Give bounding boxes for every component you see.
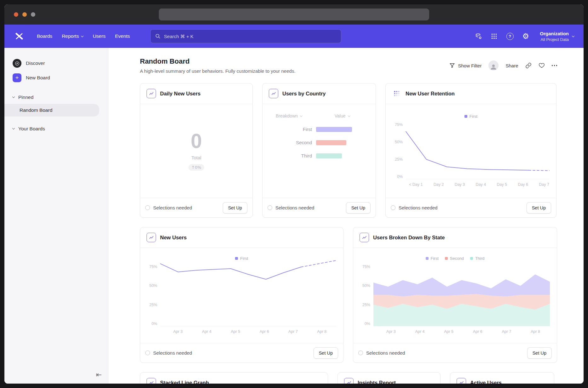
nav-users-label: Users [93, 33, 105, 39]
chevron-down-icon [12, 95, 15, 98]
bar-second [316, 140, 346, 145]
chevron-down-icon [572, 35, 574, 37]
setup-button[interactable]: Set Up [314, 347, 338, 359]
y-tick: 25% [149, 303, 157, 307]
discover-label: Discover [26, 60, 45, 66]
x-tick: Apr 8 [317, 329, 326, 334]
apps-grid-icon[interactable] [487, 30, 501, 43]
user-avatar[interactable] [488, 60, 499, 71]
metric-delta-badge: ↑0% [188, 164, 204, 171]
card-title: Active Users [470, 380, 502, 384]
page-title: Random Board [140, 57, 296, 66]
org-project-label: All Project Data [540, 37, 569, 42]
setup-button[interactable]: Set Up [346, 202, 371, 214]
random-board-label: Random Board [20, 107, 52, 113]
x-tick: Day 2 [434, 182, 444, 187]
mixpanel-logo-icon[interactable] [14, 31, 25, 42]
setup-button[interactable]: Set Up [223, 202, 247, 214]
x-tick: Apr 4 [202, 329, 211, 334]
nav-item-reports[interactable]: Reports [57, 31, 88, 42]
card-title: New Users [160, 235, 187, 241]
window-minimize-button[interactable] [22, 12, 27, 17]
window-zoom-button[interactable] [31, 12, 35, 17]
x-tick: Apr 8 [531, 329, 540, 334]
x-tick: Day 3 [455, 182, 465, 187]
status-radio-icon [268, 205, 272, 210]
show-filter-button[interactable]: Show Filter [449, 63, 481, 68]
chart-legend: First Second Third [360, 256, 550, 261]
nav-boards-label: Boards [37, 33, 52, 39]
line-chart-icon [147, 233, 156, 242]
card-active-users: Active Users [450, 372, 554, 384]
org-switcher[interactable]: Organization All Project Data [540, 31, 574, 42]
help-icon[interactable]: ? [503, 30, 516, 43]
navbar-right-cluster: ? ⚙ Organization All Project Data [472, 30, 574, 43]
country-row: First [272, 127, 366, 132]
metric-value: 0 [191, 131, 202, 151]
settings-gear-icon[interactable]: ⚙ [519, 30, 532, 43]
sidebar-collapse-button[interactable]: ⇤ [96, 371, 102, 379]
country-row: Third [272, 153, 366, 158]
x-tick: Day 7 [539, 182, 549, 187]
nav-reports-label: Reports [62, 33, 79, 39]
more-options-icon[interactable] [552, 65, 557, 66]
global-search[interactable] [150, 29, 341, 43]
y-tick: 50% [362, 283, 370, 288]
line-chart-icon [269, 89, 278, 98]
browser-window: Boards Reports Users Events [4, 4, 584, 384]
favorite-heart-icon[interactable] [539, 62, 545, 69]
data-management-icon[interactable] [472, 30, 485, 43]
share-button[interactable]: Share [505, 63, 518, 68]
page-header: Random Board A high-level summary of use… [140, 57, 557, 74]
card-users-by-state: Users Broken Down By State First Second … [353, 227, 557, 363]
legend-swatch [445, 257, 448, 260]
card-title: Daily New Users [160, 91, 200, 97]
setup-button[interactable]: Set Up [527, 347, 552, 359]
x-tick: Apr 6 [260, 329, 269, 334]
chart-legend: First [147, 256, 336, 261]
status-text: Selections needed [366, 350, 405, 356]
window-close-button[interactable] [14, 12, 18, 17]
status-radio-icon [391, 205, 395, 210]
card-stacked-line-graph: Stacked Line Graph [140, 372, 328, 384]
sidebar-section-your-boards[interactable]: Your Boards [4, 123, 108, 135]
x-tick: Apr 3 [386, 329, 396, 334]
x-tick: Apr 4 [415, 329, 425, 334]
filter-funnel-icon [449, 63, 455, 68]
card-insights-report: Insights Report [337, 372, 441, 384]
sidebar-item-discover[interactable]: Discover [4, 56, 108, 71]
line-chart-icon [147, 378, 156, 384]
country-row: Second [272, 140, 366, 145]
nav-item-events[interactable]: Events [110, 31, 135, 42]
nav-item-users[interactable]: Users [88, 31, 110, 42]
chevron-down-icon [12, 127, 15, 129]
sidebar-section-pinned[interactable]: Pinned [4, 91, 108, 103]
x-tick: Apr 7 [502, 329, 511, 334]
legend-swatch [426, 257, 429, 260]
copy-link-icon[interactable] [525, 62, 532, 69]
nav-events-label: Events [115, 33, 130, 39]
address-bar[interactable] [159, 9, 429, 20]
x-tick: Day 5 [497, 182, 507, 187]
search-input[interactable] [164, 34, 337, 39]
legend-swatch [235, 257, 238, 260]
breakdown-select[interactable]: Breakdown [276, 113, 302, 118]
setup-button[interactable]: Set Up [527, 202, 551, 214]
chart-legend: First [393, 114, 549, 119]
card-title: Users Broken Down By State [373, 235, 445, 241]
card-title: Users by Country [282, 91, 326, 97]
x-tick: Apr 3 [173, 329, 183, 334]
sidebar-item-random-board[interactable]: Random Board [4, 104, 99, 117]
value-select[interactable]: Value [335, 113, 350, 118]
y-tick: 75% [362, 265, 370, 269]
cards-row-3: Stacked Line Graph Insights Report [140, 372, 557, 384]
sidebar-item-new-board[interactable]: + New Board [4, 71, 108, 85]
x-tick: Day 4 [476, 182, 486, 187]
status-text: Selections needed [399, 205, 437, 210]
nav-item-boards[interactable]: Boards [32, 31, 57, 42]
x-tick: < Day 1 [409, 182, 423, 187]
line-chart-icon [457, 378, 466, 384]
x-tick: Apr 5 [231, 329, 240, 334]
retention-grid-icon [392, 89, 401, 98]
your-boards-label: Your Boards [18, 126, 45, 132]
